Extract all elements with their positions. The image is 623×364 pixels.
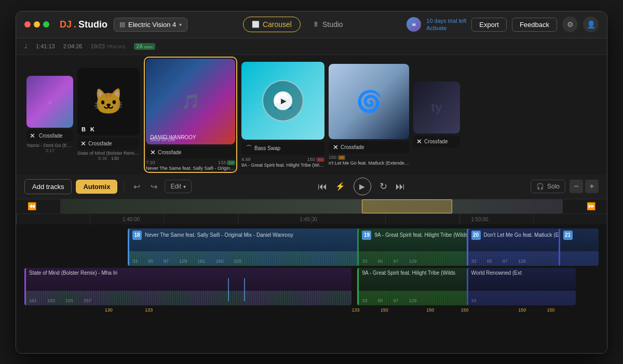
bpm-marker-150a: 150 [381, 307, 388, 313]
center-nav: ⬜ Carousel 🎚 Studio [194, 17, 400, 32]
trial-days: 10 days trial left [426, 17, 466, 24]
crossfade-icon-2: ✕ [80, 140, 86, 147]
track-segment-state-of-mind[interactable]: State of Mind (Bolster Remix) - Mha Iri … [24, 268, 351, 305]
play-button[interactable]: ▶ [354, 178, 371, 195]
studio-icon: 🎚 [313, 21, 319, 28]
track-segment-18[interactable]: 18 Never The Same feat. Sally Saifi - Or… [128, 228, 381, 266]
carousel-tab[interactable]: ⬜ Carousel [243, 17, 301, 32]
track-state-label: State of Mind (Bolster Remix) - Mha Iri [29, 270, 117, 276]
timeline-rewind-button[interactable]: ⏪ [24, 202, 39, 210]
card2-title: State of Mind (Bolster Remix) - Mha Iri [77, 151, 140, 156]
timeline-fastforward-button[interactable]: ⏩ [584, 202, 599, 210]
play-overlay-4[interactable]: ▶ [274, 91, 292, 110]
card4-title: 9A - Great Spirit feat. Hilight Tribe (W… [241, 163, 324, 168]
key-badge: 2A ebm [134, 43, 156, 50]
skip-back-button[interactable]: ⏮ [318, 181, 327, 192]
crossfade-icon-3: ✕ [150, 149, 156, 156]
trial-info: 10 days trial left Activate [426, 17, 466, 32]
bassswap-icon: ⌒ [246, 144, 252, 153]
maximize-button[interactable] [43, 21, 49, 28]
timeline-section: ⏪ ⏩ 1:40:00 1:45:00 1:50:00 [16, 199, 607, 353]
headphone-icon: 🎧 [536, 183, 544, 190]
bpm-marker-130: 130 [105, 307, 113, 313]
card3-title: Never The Same feat. Sally Saifi - Origi… [146, 166, 235, 171]
track-number-21: 21 [563, 231, 573, 240]
studio-label: Studio [322, 20, 343, 29]
carousel-area: ♫ ✕ Crossfade Yazoo - Dont Go (ENJOY DJS… [16, 55, 607, 174]
logo-dj: DJ [60, 19, 72, 30]
card4-bpm: 150 9A [307, 157, 324, 162]
playlist-name: Electric Vision 4 [128, 21, 176, 29]
automix-button[interactable]: Automix [76, 180, 117, 194]
carousel-icon: ⬜ [252, 21, 260, 28]
settings-button[interactable]: ⚙ [562, 17, 578, 32]
crossfade-label-1: Crossfade [39, 133, 63, 139]
minimize-button[interactable] [34, 21, 40, 28]
track18-label: Never The Same feat. Sally Saifi - Origi… [145, 232, 293, 238]
timeline-header: ⏪ ⏩ [16, 199, 607, 214]
tracks-container: 18 Never The Same feat. Sally Saifi - Or… [16, 224, 607, 353]
card5-title: n't Let Me Go feat. Matluck (Extended...… [329, 160, 409, 166]
user-button[interactable]: 👤 [583, 17, 599, 32]
transition-marker-2 [244, 278, 245, 301]
mix-button[interactable]: ⚡ [335, 182, 345, 191]
carousel-card-4[interactable]: 🌊 ▶ ⌒ Bass Swap 4:49 150 9A 9A - Great S… [241, 62, 324, 168]
track-world-label: World Renowned (Ext [471, 270, 522, 276]
carousel-label: Carousel [263, 20, 292, 29]
logo-studio-text: Studio [78, 19, 107, 30]
studio-tab[interactable]: 🎚 Studio [305, 17, 351, 32]
bpm-marker-150b: 150 [426, 307, 434, 313]
track-number-19: 19 [362, 231, 371, 240]
card4-time: 4:49 [241, 157, 251, 162]
redo-button[interactable]: ↪ [147, 180, 160, 194]
solo-button[interactable]: 🎧 Solo [531, 180, 565, 193]
crossfade-icon-6: ✕ [416, 138, 422, 145]
crossfade-label-5: Crossfade [341, 144, 364, 150]
timeline-track-row-2: State of Mind (Bolster Remix) - Mha Iri … [24, 268, 599, 305]
carousel-card-5[interactable]: 🌀 ✕ Crossfade 150 98 n't Let Me Go feat.… [329, 64, 409, 166]
bpm-marker-150d: 150 [518, 307, 526, 313]
track-segment-great-spirit-2[interactable]: 9A - Great Spirit feat. Hilight Tribe (W… [357, 268, 472, 305]
metronome-icon: ♩ [24, 43, 28, 50]
bpm-marker-150e: 150 [547, 307, 554, 313]
track-segment-19[interactable]: 19 9A - Great Spirit feat. Hilight Tribe… [357, 228, 483, 266]
carousel-card-1[interactable]: ♫ ✕ Crossfade Yazoo - Dont Go (ENJOY DJS… [26, 76, 73, 153]
track-number-20: 20 [471, 231, 481, 240]
track-segment-21[interactable]: 21 [559, 228, 599, 266]
bassswap-label: Bass Swap [254, 145, 280, 151]
app-window: DJ.Studio ▤ Electric Vision 4 ▾ ⬜ Carous… [16, 11, 607, 354]
carousel-card-3[interactable]: 🎵 DANIELWANROOY Slice Of Life ✕ Crossfad… [144, 57, 237, 173]
bpm-marker-133b: 133 [351, 307, 359, 313]
time-display-2: 2:04:26 [63, 43, 83, 49]
solo-label: Solo [547, 183, 560, 190]
track-segment-world-renowned[interactable]: World Renowned (Ext 33 [467, 268, 576, 305]
timeline-minimap[interactable] [60, 199, 563, 213]
card1-title: Yazoo - Dont Go (ENJOY DJS [26, 143, 73, 148]
crossfade-icon-1: ✕ [30, 132, 35, 140]
close-button[interactable] [24, 21, 31, 28]
zoom-in-button[interactable]: + [585, 180, 599, 193]
crossfade-label-6: Crossfade [424, 139, 448, 144]
edit-label: Edit [170, 183, 181, 190]
card3-time: 7:10 [146, 160, 155, 165]
track-great-spirit-label: 9A - Great Spirit feat. Hilight Tribe (W… [362, 270, 455, 276]
crossfade-label-2: Crossfade [88, 141, 112, 146]
carousel-card-2[interactable]: 🐱 B K ✕ Crossfade State of Mind (Bolster… [77, 68, 140, 161]
carousel-card-6[interactable]: ty ✕ Crossfade [413, 82, 460, 147]
add-tracks-button[interactable]: Add tracks [24, 179, 72, 194]
skip-forward-button[interactable]: ⏭ [396, 181, 405, 192]
timeline-track-row-1: 18 Never The Same feat. Sally Saifi - Or… [24, 228, 599, 266]
time-ruler: 1:40:00 1:45:00 1:50:00 [16, 214, 607, 224]
bpm-marker-150c: 150 [461, 307, 469, 313]
zoom-out-button[interactable]: − [570, 180, 583, 193]
chevron-edit-icon: ▾ [183, 184, 186, 190]
export-button[interactable]: Export [471, 18, 507, 32]
loop-button[interactable]: ↻ [380, 181, 387, 192]
playlist-selector[interactable]: ▤ Electric Vision 4 ▾ [114, 18, 187, 32]
edit-button[interactable]: Edit ▾ [165, 180, 192, 193]
feedback-button[interactable]: Feedback [512, 18, 557, 32]
minimap-viewport[interactable] [362, 199, 452, 213]
undo-button[interactable]: ↩ [130, 180, 143, 194]
activate-link[interactable]: Activate [426, 24, 466, 32]
toolbar: Add tracks Automix ↩ ↪ Edit ▾ ⏮ ⚡ ▶ ↻ ⏭ … [16, 174, 607, 199]
